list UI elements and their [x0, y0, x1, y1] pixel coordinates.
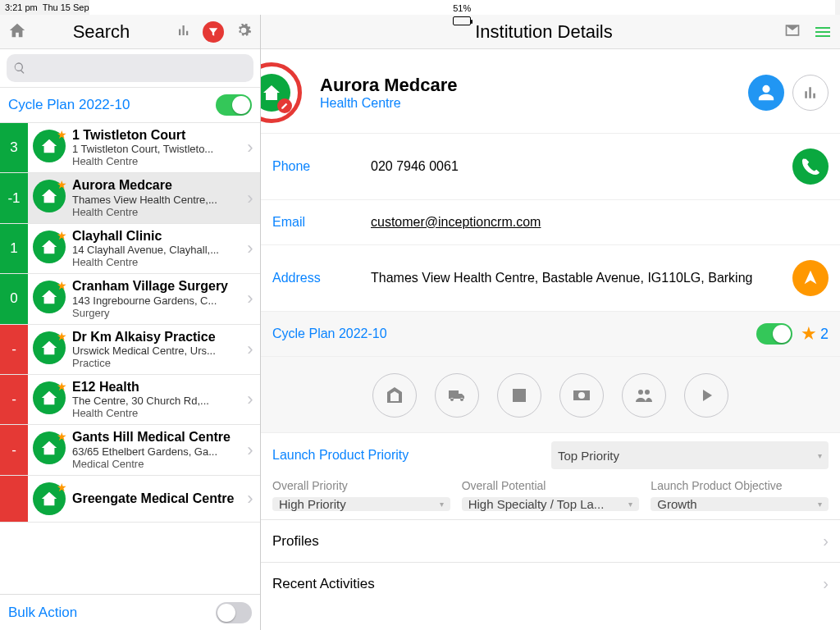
bulk-action-label[interactable]: Bulk Action — [8, 605, 77, 621]
search-box — [0, 49, 260, 88]
address-label: Address — [272, 271, 371, 285]
status-bar: 3:21 pm Thu 15 Sep 51% — [0, 0, 840, 15]
list-type: Practice — [72, 357, 237, 369]
chevron-right-icon: › — [240, 375, 260, 424]
right-header: Institution Details — [261, 15, 840, 49]
search-title: Search — [73, 21, 130, 43]
list-name: Clayhall Clinic — [72, 229, 237, 244]
status-time: 3:21 pm — [5, 2, 38, 12]
list-name: Cranham Village Surgery — [72, 279, 237, 294]
edit-icon — [277, 98, 292, 113]
cycle-plan-toggle[interactable] — [216, 94, 252, 116]
list-type: Health Centre — [72, 155, 237, 167]
cycle-plan-row: Cycle Plan 2022-10 — [0, 88, 260, 123]
person-button[interactable] — [748, 75, 784, 111]
list-body: Aurora MedcareThames View Health Centre,… — [72, 173, 240, 222]
email-row: Email customer@inceptioncrm.com — [261, 199, 840, 244]
call-button[interactable] — [792, 148, 829, 185]
chevron-right-icon: › — [240, 325, 260, 374]
list-sub: Thames View Health Centre,... — [72, 194, 237, 206]
chevron-right-icon: › — [240, 274, 260, 323]
left-pane: Search Cycle Plan 2022-10 3★1 Twistleton… — [0, 15, 261, 630]
star-icon: ★ — [57, 330, 67, 343]
status-date: Thu 15 Sep — [43, 2, 89, 12]
action-money-icon[interactable] — [559, 373, 604, 418]
search-input[interactable] — [7, 54, 253, 82]
list-badge: - — [0, 425, 28, 474]
overall-potential-label: Overall Potential — [462, 479, 640, 492]
chevron-right-icon: › — [240, 224, 260, 273]
list-item[interactable]: ★Greengate Medical Centre› — [0, 476, 260, 523]
list-item[interactable]: -★Gants Hill Medical Centre63/65 Ethelbe… — [0, 425, 260, 475]
navigate-button[interactable] — [792, 260, 829, 296]
mail-icon[interactable] — [784, 22, 801, 42]
gear-icon[interactable] — [235, 22, 252, 42]
list-sub: 14 Clayhall Avenue, Clayhall,... — [72, 244, 237, 256]
list-item[interactable]: -1★Aurora MedcareThames View Health Cent… — [0, 173, 260, 223]
star-icon: ★ — [57, 380, 67, 393]
chevron-right-icon: › — [240, 173, 260, 222]
battery-icon — [453, 16, 471, 25]
launch-objective-select[interactable]: Growth▾ — [651, 497, 829, 511]
list-body: Cranham Village Surgery143 Ingrebourne G… — [72, 274, 240, 323]
list-item[interactable]: 1★Clayhall Clinic14 Clayhall Avenue, Cla… — [0, 224, 260, 274]
bulk-action-row: Bulk Action — [0, 594, 260, 630]
health-centre-icon: ★ — [33, 180, 66, 212]
edit-institution-button[interactable] — [261, 62, 302, 123]
phone-label: Phone — [272, 159, 371, 174]
list-item[interactable]: -★Dr Km Alkaisy PracticeUrswick Medical … — [0, 325, 260, 375]
action-building-icon[interactable] — [372, 373, 417, 418]
health-centre-icon: ★ — [33, 130, 66, 162]
recent-activities-row[interactable]: Recent Activities › — [261, 562, 840, 605]
list-type: Health Centre — [72, 256, 237, 268]
star-icon[interactable]: ★ — [801, 323, 817, 345]
action-play-icon[interactable] — [684, 373, 728, 418]
address-value: Thames View Health Centre, Bastable Aven… — [371, 271, 792, 285]
chevron-right-icon: › — [823, 532, 829, 550]
list-body: Gants Hill Medical Centre63/65 Ethelbert… — [72, 425, 240, 474]
filter-icon[interactable] — [203, 21, 224, 43]
chart-button[interactable] — [792, 75, 829, 111]
priority-section: Launch Product Priority Top Priority▾ Ov… — [261, 432, 840, 519]
list-badge: 0 — [0, 274, 28, 323]
star-icon: ★ — [57, 229, 67, 242]
detail-top: Aurora Medcare Health Centre — [261, 49, 840, 133]
right-pane: Institution Details Aurora Medcare Healt… — [261, 15, 840, 630]
list-type: Health Centre — [72, 206, 237, 218]
cycle-plan-label: Cycle Plan 2022-10 — [8, 97, 130, 113]
profiles-row[interactable]: Profiles › — [261, 519, 840, 562]
action-people-icon[interactable] — [622, 373, 666, 418]
list-badge: - — [0, 375, 28, 424]
chevron-right-icon: › — [240, 425, 260, 474]
launch-product-priority-label: Launch Product Priority — [272, 448, 551, 463]
health-centre-icon: ★ — [33, 281, 66, 313]
list-type: Medical Centre — [72, 458, 237, 470]
home-icon[interactable] — [8, 21, 26, 43]
action-truck-icon[interactable] — [435, 373, 479, 418]
list-sub: 1 Twistleton Court, Twistleto... — [72, 143, 237, 155]
launch-product-priority-select[interactable]: Top Priority▾ — [551, 441, 829, 469]
overall-priority-select[interactable]: High Priority▾ — [272, 497, 450, 511]
email-value[interactable]: customer@inceptioncrm.com — [371, 215, 829, 230]
detail-cycle-plan-row: Cycle Plan 2022-10 ★ 2 — [261, 311, 840, 356]
list-name: Dr Km Alkaisy Practice — [72, 330, 237, 345]
bars-icon[interactable] — [176, 23, 191, 41]
chevron-right-icon: › — [240, 123, 260, 172]
action-calendar-icon[interactable] — [497, 373, 541, 418]
list-sub: Urswick Medical Centre, Urs... — [72, 345, 237, 357]
list-item[interactable]: 3★1 Twistleton Court1 Twistleton Court, … — [0, 123, 260, 173]
battery-percent: 51% — [453, 3, 471, 13]
menu-icon[interactable] — [815, 27, 830, 37]
list-item[interactable]: 0★Cranham Village Surgery143 Ingrebourne… — [0, 274, 260, 324]
detail-cycle-plan-toggle[interactable] — [756, 323, 792, 345]
list-badge: 1 — [0, 224, 28, 273]
list-item[interactable]: -★E12 HealthThe Centre, 30 Church Rd,...… — [0, 375, 260, 425]
list-name: 1 Twistleton Court — [72, 128, 237, 143]
recent-activities-label: Recent Activities — [272, 576, 375, 592]
star-icon: ★ — [57, 178, 67, 191]
chevron-right-icon: › — [823, 574, 829, 593]
detail-cycle-plan-label: Cycle Plan 2022-10 — [272, 326, 756, 341]
bulk-action-toggle[interactable] — [216, 602, 252, 623]
overall-potential-select[interactable]: High Specialty / Top La...▾ — [462, 497, 640, 511]
health-centre-icon: ★ — [33, 482, 66, 515]
